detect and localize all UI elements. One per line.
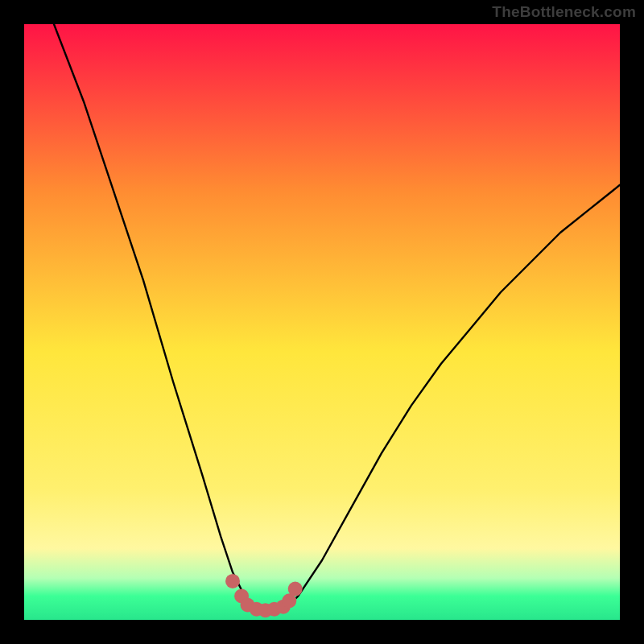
plot-area bbox=[24, 24, 620, 620]
valley-marker bbox=[225, 574, 240, 588]
gradient-background bbox=[24, 24, 620, 620]
valley-marker bbox=[288, 582, 303, 597]
chart-stage: TheBottleneck.com bbox=[0, 0, 644, 644]
watermark-text: TheBottleneck.com bbox=[492, 3, 636, 21]
plot-svg bbox=[24, 24, 620, 620]
